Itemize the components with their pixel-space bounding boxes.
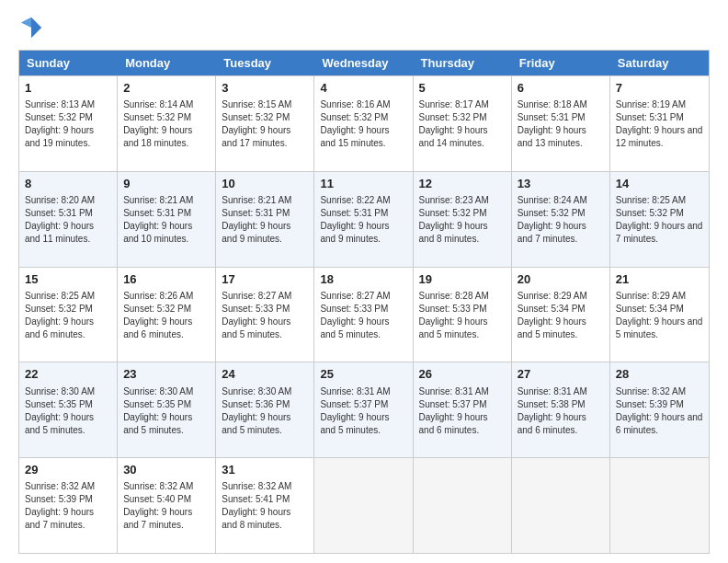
daylight: Daylight: 9 hours and 5 minutes. — [616, 316, 703, 339]
day-number: 12 — [419, 176, 506, 192]
sunrise: Sunrise: 8:32 AM — [222, 481, 291, 491]
day-number: 26 — [419, 366, 506, 383]
calendar-row-1: 1 Sunrise: 8:13 AM Sunset: 5:32 PM Dayli… — [19, 75, 709, 171]
sunrise: Sunrise: 8:19 AM — [616, 99, 686, 109]
day-number: 19 — [419, 271, 506, 288]
day-cell-28: 28 Sunrise: 8:32 AM Sunset: 5:39 PM Dayl… — [610, 362, 709, 457]
daylight: Daylight: 9 hours and 6 minutes. — [25, 316, 94, 339]
header-saturday: Saturday — [610, 51, 709, 75]
header-wednesday: Wednesday — [314, 51, 413, 75]
daylight: Daylight: 9 hours and 18 minutes. — [123, 125, 192, 148]
daylight: Daylight: 9 hours and 7 minutes. — [123, 507, 192, 530]
logo — [18, 15, 48, 40]
sunrise: Sunrise: 8:21 AM — [123, 195, 193, 205]
day-number: 29 — [25, 462, 111, 478]
daylight: Daylight: 9 hours and 7 minutes. — [25, 507, 94, 530]
day-cell-24: 24 Sunrise: 8:30 AM Sunset: 5:36 PM Dayl… — [216, 362, 314, 457]
sunset: Sunset: 5:39 PM — [25, 494, 93, 504]
empty-cell — [512, 458, 610, 553]
day-cell-27: 27 Sunrise: 8:31 AM Sunset: 5:38 PM Dayl… — [512, 362, 610, 457]
sunset: Sunset: 5:32 PM — [222, 112, 290, 122]
daylight: Daylight: 9 hours and 13 minutes. — [518, 125, 586, 148]
daylight: Daylight: 9 hours and 6 minutes. — [419, 412, 488, 435]
daylight: Daylight: 9 hours and 5 minutes. — [222, 412, 290, 435]
sunset: Sunset: 5:33 PM — [320, 304, 388, 314]
sunrise: Sunrise: 8:29 AM — [616, 291, 686, 301]
daylight: Daylight: 9 hours and 15 minutes. — [320, 125, 389, 148]
day-number: 24 — [222, 366, 308, 383]
daylight: Daylight: 9 hours and 14 minutes. — [419, 125, 488, 148]
sunrise: Sunrise: 8:31 AM — [518, 386, 587, 396]
day-cell-1: 1 Sunrise: 8:13 AM Sunset: 5:32 PM Dayli… — [19, 76, 118, 171]
sunset: Sunset: 5:37 PM — [320, 399, 388, 409]
day-cell-4: 4 Sunrise: 8:16 AM Sunset: 5:32 PM Dayli… — [314, 76, 413, 171]
sunset: Sunset: 5:37 PM — [419, 399, 487, 409]
day-number: 11 — [320, 176, 406, 192]
day-cell-9: 9 Sunrise: 8:21 AM Sunset: 5:31 PM Dayli… — [118, 172, 216, 267]
sunset: Sunset: 5:32 PM — [419, 112, 487, 122]
header — [18, 15, 710, 40]
calendar: Sunday Monday Tuesday Wednesday Thursday… — [18, 50, 710, 554]
day-number: 17 — [222, 271, 308, 288]
daylight: Daylight: 9 hours and 19 minutes. — [25, 125, 94, 148]
sunset: Sunset: 5:32 PM — [518, 208, 586, 218]
day-cell-5: 5 Sunrise: 8:17 AM Sunset: 5:32 PM Dayli… — [414, 76, 512, 171]
header-sunday: Sunday — [19, 51, 118, 75]
daylight: Daylight: 9 hours and 7 minutes. — [518, 221, 586, 244]
sunrise: Sunrise: 8:22 AM — [320, 195, 390, 205]
sunset: Sunset: 5:32 PM — [123, 112, 191, 122]
sunrise: Sunrise: 8:30 AM — [222, 386, 291, 396]
sunrise: Sunrise: 8:26 AM — [123, 291, 193, 301]
sunrise: Sunrise: 8:17 AM — [419, 99, 489, 109]
day-cell-23: 23 Sunrise: 8:30 AM Sunset: 5:35 PM Dayl… — [118, 362, 216, 457]
sunset: Sunset: 5:31 PM — [222, 208, 290, 218]
sunrise: Sunrise: 8:21 AM — [222, 195, 291, 205]
daylight: Daylight: 9 hours and 10 minutes. — [123, 221, 192, 244]
svg-marker-1 — [21, 17, 31, 28]
daylight: Daylight: 9 hours and 12 minutes. — [616, 125, 703, 148]
sunrise: Sunrise: 8:31 AM — [320, 386, 390, 396]
sunrise: Sunrise: 8:29 AM — [518, 291, 587, 301]
day-cell-20: 20 Sunrise: 8:29 AM Sunset: 5:34 PM Dayl… — [512, 268, 610, 362]
day-cell-31: 31 Sunrise: 8:32 AM Sunset: 5:41 PM Dayl… — [216, 458, 314, 553]
sunset: Sunset: 5:31 PM — [320, 208, 388, 218]
daylight: Daylight: 9 hours and 6 minutes. — [123, 316, 192, 339]
daylight: Daylight: 9 hours and 5 minutes. — [25, 412, 94, 435]
day-number: 15 — [25, 271, 111, 288]
daylight: Daylight: 9 hours and 17 minutes. — [222, 125, 290, 148]
sunset: Sunset: 5:31 PM — [616, 112, 684, 122]
day-number: 18 — [320, 271, 406, 288]
day-number: 21 — [616, 271, 703, 288]
day-cell-22: 22 Sunrise: 8:30 AM Sunset: 5:35 PM Dayl… — [19, 362, 118, 457]
day-number: 25 — [320, 366, 406, 383]
day-cell-30: 30 Sunrise: 8:32 AM Sunset: 5:40 PM Dayl… — [118, 458, 216, 553]
day-number: 5 — [419, 80, 506, 97]
day-cell-6: 6 Sunrise: 8:18 AM Sunset: 5:31 PM Dayli… — [512, 76, 610, 171]
daylight: Daylight: 9 hours and 5 minutes. — [419, 316, 488, 339]
day-number: 10 — [222, 176, 308, 192]
sunset: Sunset: 5:32 PM — [616, 208, 684, 218]
day-cell-15: 15 Sunrise: 8:25 AM Sunset: 5:32 PM Dayl… — [19, 268, 118, 362]
header-monday: Monday — [118, 51, 216, 75]
empty-cell — [414, 458, 512, 553]
sunrise: Sunrise: 8:32 AM — [25, 481, 95, 491]
sunrise: Sunrise: 8:15 AM — [222, 99, 291, 109]
daylight: Daylight: 9 hours and 5 minutes. — [222, 316, 290, 339]
sunset: Sunset: 5:34 PM — [616, 304, 684, 314]
sunrise: Sunrise: 8:32 AM — [123, 481, 193, 491]
day-number: 9 — [123, 176, 210, 192]
day-cell-26: 26 Sunrise: 8:31 AM Sunset: 5:37 PM Dayl… — [414, 362, 512, 457]
day-cell-13: 13 Sunrise: 8:24 AM Sunset: 5:32 PM Dayl… — [512, 172, 610, 267]
sunrise: Sunrise: 8:25 AM — [616, 195, 686, 205]
daylight: Daylight: 9 hours and 8 minutes. — [419, 221, 488, 244]
day-cell-7: 7 Sunrise: 8:19 AM Sunset: 5:31 PM Dayli… — [610, 76, 709, 171]
sunset: Sunset: 5:33 PM — [222, 304, 290, 314]
day-cell-29: 29 Sunrise: 8:32 AM Sunset: 5:39 PM Dayl… — [19, 458, 118, 553]
day-cell-3: 3 Sunrise: 8:15 AM Sunset: 5:32 PM Dayli… — [216, 76, 314, 171]
sunset: Sunset: 5:31 PM — [123, 208, 191, 218]
day-cell-2: 2 Sunrise: 8:14 AM Sunset: 5:32 PM Dayli… — [118, 76, 216, 171]
day-number: 4 — [320, 80, 406, 97]
day-cell-12: 12 Sunrise: 8:23 AM Sunset: 5:32 PM Dayl… — [414, 172, 512, 267]
day-cell-21: 21 Sunrise: 8:29 AM Sunset: 5:34 PM Dayl… — [610, 268, 709, 362]
daylight: Daylight: 9 hours and 7 minutes. — [616, 221, 703, 244]
